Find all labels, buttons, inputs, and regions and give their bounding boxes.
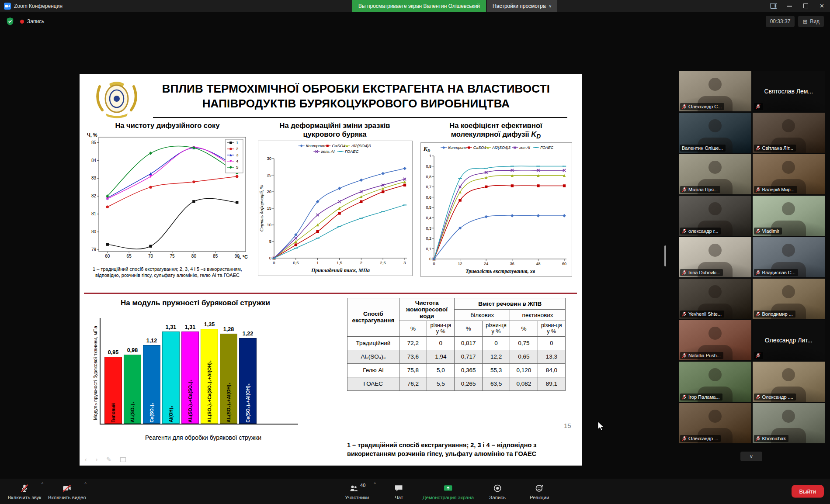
svg-text:0,4: 0,4: [426, 215, 431, 220]
maximize-button[interactable]: [798, 0, 814, 12]
participant-tile[interactable]: Олександр ....: [753, 362, 825, 402]
bar: 1,31Al(OH)₃: [162, 331, 180, 424]
table-cell: 13,3: [538, 350, 565, 363]
collapse-thumbnails-button[interactable]: ∨: [740, 452, 762, 461]
minimize-button[interactable]: [781, 0, 798, 12]
unmute-button[interactable]: ^ Включить звук: [3, 479, 45, 504]
view-button[interactable]: ⊞ Вид: [798, 16, 824, 27]
close-button[interactable]: ✕: [814, 0, 830, 12]
bar: 0,95Типовий: [104, 357, 122, 424]
participant-name: Світлана Літ...: [762, 145, 793, 151]
mic-off-icon: [682, 311, 687, 317]
participant-tile[interactable]: Олександр С...: [679, 71, 751, 111]
record-button[interactable]: Запись: [476, 479, 518, 504]
svg-text:3: 3: [236, 152, 238, 157]
leave-button[interactable]: Выйти: [792, 485, 824, 498]
window-title: Zoom Конференция: [14, 3, 63, 9]
mic-off-icon: [756, 311, 761, 317]
participant-tile[interactable]: Олександр Лит...: [753, 320, 825, 360]
participant-tile[interactable]: Володимир ...: [753, 279, 825, 319]
recording-label: Запись: [27, 18, 44, 24]
participant-tile[interactable]: Світлана Літ...: [753, 113, 825, 153]
participant-tile[interactable]: олександр г...: [679, 196, 751, 236]
svg-text:82: 82: [91, 193, 97, 198]
participant-tile[interactable]: Владислав С...: [753, 237, 825, 277]
svg-text:2: 2: [360, 260, 362, 265]
mic-off-icon: [682, 104, 687, 109]
mic-off-icon: [756, 187, 761, 192]
view-settings-button[interactable]: Настройки просмотра ∨: [487, 0, 557, 12]
record-icon: [493, 483, 502, 493]
svg-text:20: 20: [267, 189, 271, 194]
bar-category-label: Al(OH)₃: [169, 406, 174, 422]
panel-resize-handle[interactable]: [664, 245, 666, 266]
table-cell: 0: [482, 336, 510, 350]
bar-y-axis-label: Модуль пружності бурякової тканини, мПа: [93, 318, 98, 428]
participant-tile[interactable]: Валерій Мир...: [753, 154, 825, 194]
table-cell: 55,3: [482, 363, 510, 377]
layout-panel-button[interactable]: [765, 0, 781, 12]
reactions-button[interactable]: Реакции: [518, 479, 560, 504]
video-options-caret[interactable]: ^: [85, 482, 87, 486]
participant-tile[interactable]: Святослав Лем...: [753, 71, 825, 111]
svg-text:75: 75: [170, 254, 175, 259]
svg-text:85: 85: [213, 254, 218, 259]
svg-text:KD: KD: [423, 145, 431, 153]
participant-name: Natallia Push...: [688, 353, 721, 358]
meeting-timer: 00:33:37: [766, 16, 795, 27]
svg-text:0: 0: [273, 260, 275, 265]
table-cell: 75,8: [399, 363, 427, 377]
table-cell: 12,2: [482, 350, 510, 363]
participant-name: Валерій Мир...: [762, 187, 795, 192]
next-slide-icon[interactable]: ›: [96, 456, 98, 463]
svg-text:Ступінь деформацій, %: Ступінь деформацій, %: [259, 185, 264, 231]
pen-tool-icon[interactable]: ✎: [106, 456, 111, 463]
participant-tile[interactable]: Валентин Оліше...: [679, 113, 751, 153]
participant-tile[interactable]: Khomichak: [753, 403, 825, 443]
participants-label: Участники: [345, 495, 369, 500]
security-shield-icon[interactable]: [6, 17, 14, 26]
svg-text:2,5: 2,5: [380, 260, 386, 265]
participant-name: Мікола Пря...: [688, 187, 718, 192]
participants-button[interactable]: ^ 40 Участники: [336, 479, 378, 504]
share-screen-button[interactable]: Демонстрация экрана: [420, 479, 477, 504]
recording-indicator[interactable]: Запись: [20, 18, 44, 24]
chat-button[interactable]: Чат: [378, 479, 420, 504]
maximize-icon: [803, 3, 808, 8]
mic-off-icon: [682, 270, 687, 275]
meeting-infobar: Запись 00:33:37 ⊞ Вид: [0, 12, 830, 31]
prev-slide-icon[interactable]: ‹: [85, 456, 87, 463]
svg-text:81: 81: [91, 211, 97, 216]
mic-off-icon: [20, 483, 29, 493]
svg-text:1,5: 1,5: [337, 260, 342, 265]
bar-value-label: 1,12: [140, 338, 163, 344]
chart-purity-title: На чистоту дифузійного соку: [86, 121, 249, 130]
participant-tile[interactable]: Natallia Push...: [679, 320, 751, 360]
slide-thumbnails-icon[interactable]: [120, 457, 126, 462]
svg-text:CaSO4: CaSO4: [473, 145, 486, 150]
svg-text:10: 10: [267, 222, 271, 227]
participant-tile[interactable]: Yevhenii Shte...: [679, 279, 751, 319]
participant-tile[interactable]: Мікола Пря...: [679, 154, 751, 194]
start-video-button[interactable]: ^ Включить видео: [45, 479, 89, 504]
diffusion-chart: 0122436486000,10,20,30,40,50,60,70,80,91…: [420, 142, 572, 277]
table-cell: 1,94: [427, 350, 455, 363]
table-header-diff: різни-ця у %: [538, 321, 565, 337]
table-cell-method: Традиційний: [347, 336, 399, 350]
participant-tile[interactable]: Ігор Палама...: [679, 362, 751, 402]
share-screen-icon: [443, 483, 453, 493]
svg-text:3: 3: [403, 260, 406, 265]
presentation-slide: ВПЛИВ ТЕРМОХІМІЧНОЇ ОБРОБКИ ЕКСТРАГЕНТА …: [80, 74, 582, 466]
table-cell: 73,6: [399, 350, 427, 363]
participant-tile[interactable]: Irina Dubovki...: [679, 237, 751, 277]
participant-name: Олександр ...: [688, 436, 718, 441]
table-header-diff: різни-ця у %: [482, 321, 510, 337]
participant-tile[interactable]: Vladimir: [753, 196, 825, 236]
mic-off-icon: [682, 353, 687, 358]
svg-text:0,5: 0,5: [293, 260, 299, 265]
participants-options-caret[interactable]: ^: [374, 482, 375, 486]
svg-text:12: 12: [458, 262, 462, 266]
svg-text:0: 0: [429, 257, 431, 261]
participant-tile[interactable]: Олександр ...: [679, 403, 751, 443]
audio-options-caret[interactable]: ^: [42, 482, 43, 486]
